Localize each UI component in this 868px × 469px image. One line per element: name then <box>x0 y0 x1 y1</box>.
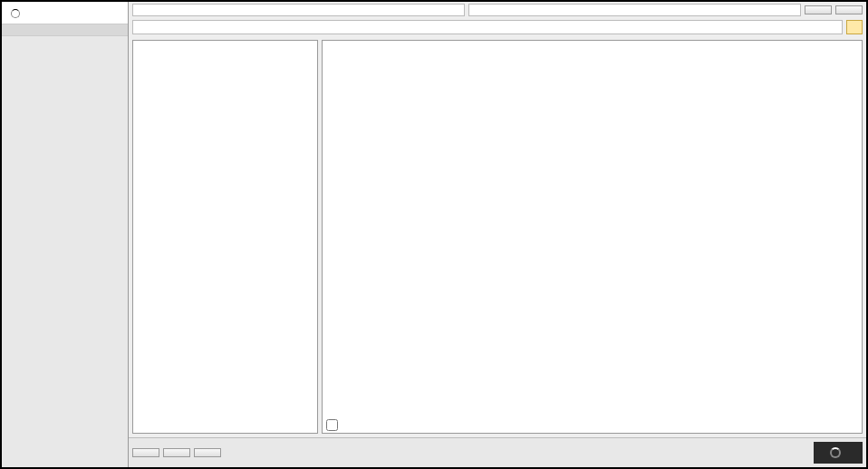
sequence-file-input[interactable] <box>132 20 843 34</box>
spinner-icon <box>830 447 841 458</box>
serial-input[interactable] <box>132 4 465 16</box>
accept-button[interactable] <box>805 5 832 14</box>
sequence-tree[interactable] <box>132 40 318 434</box>
pause-button[interactable] <box>163 448 190 457</box>
release-button[interactable] <box>835 5 863 14</box>
spinner-icon <box>11 9 20 18</box>
follow-tail-checkbox[interactable] <box>326 419 338 431</box>
folder-icon[interactable] <box>846 20 863 34</box>
status-banner <box>814 442 863 464</box>
uut-tab-1[interactable] <box>2 2 128 24</box>
product-input[interactable] <box>468 4 801 16</box>
terminate-button[interactable] <box>194 448 221 457</box>
uut-tab-2[interactable] <box>2 24 128 36</box>
start-button[interactable] <box>132 448 159 457</box>
uut-sidebar <box>2 2 129 467</box>
